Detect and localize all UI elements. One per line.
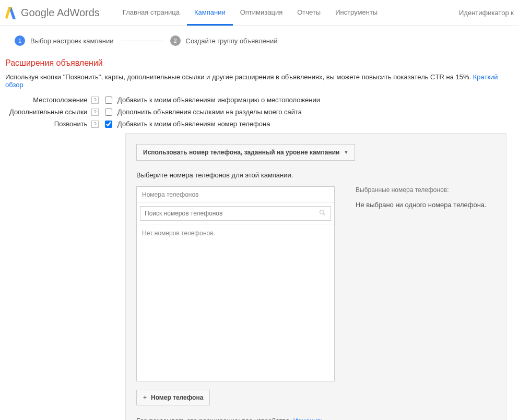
step-2[interactable]: 2 Создайте группу объявлений <box>170 35 278 46</box>
step-1-number: 1 <box>15 35 25 46</box>
nav-home[interactable]: Главная страница <box>115 0 187 26</box>
nav-optimization[interactable]: Оптимизация <box>233 0 290 26</box>
option-call-text: Добавить к моим объявлениям номер телефо… <box>117 120 270 128</box>
option-location-label: Местоположение ? <box>5 96 102 104</box>
dropdown-label: Использовать номер телефона, заданный на… <box>143 149 339 156</box>
section-desc-text: Используя кнопки "Позвонить", карты, доп… <box>5 73 473 81</box>
nav-reports[interactable]: Отчеты <box>290 0 328 26</box>
svg-marker-1 <box>5 7 11 19</box>
nav-tools[interactable]: Инструменты <box>328 0 385 26</box>
section-description: Используя кнопки "Позвонить", карты, доп… <box>5 73 514 89</box>
sitelinks-checkbox[interactable] <box>105 109 112 116</box>
chevron-down-icon: ▼ <box>344 150 348 155</box>
phone-list-box: Номера телефонов Нет номеров телефонов. <box>136 186 335 381</box>
help-icon[interactable]: ? <box>91 121 99 128</box>
svg-line-3 <box>323 213 325 215</box>
step-1[interactable]: 1 Выбор настроек кампании <box>15 35 114 46</box>
help-icon[interactable]: ? <box>91 109 99 116</box>
nav-campaigns[interactable]: Кампании <box>187 0 233 26</box>
option-sitelinks-label: Дополнительные ссылки ? <box>5 108 102 116</box>
step-2-number: 2 <box>170 35 181 46</box>
search-icon[interactable] <box>319 209 326 218</box>
phone-search-wrap <box>137 203 334 224</box>
option-call-row: Позвонить ? Добавить к моим объявлениям … <box>5 120 514 128</box>
option-location-text: Добавить к моим объявлениям информацию о… <box>117 96 320 104</box>
campaign-stepper: 1 Выбор настроек кампании 2 Создайте гру… <box>0 26 519 52</box>
selected-phones-column: Выбранные номера телефонов: Не выбрано н… <box>356 186 496 381</box>
where-to-show-row: Где показывать это расширение: все устро… <box>136 417 496 420</box>
ad-extensions-section: Расширения объявлений Используя кнопки "… <box>0 52 519 420</box>
phone-panel-subtitle: Выберите номера телефонов для этой кампа… <box>136 171 496 179</box>
call-checkbox[interactable] <box>105 121 112 128</box>
svg-point-2 <box>320 210 324 214</box>
main-nav: Главная страница Кампании Оптимизация От… <box>115 0 459 26</box>
available-phones-column: Номера телефонов Нет номеров телефонов. <box>136 186 335 381</box>
selected-phones-title: Выбранные номера телефонов: <box>356 186 496 194</box>
logo: Google AdWords <box>5 6 100 20</box>
location-checkbox[interactable] <box>105 97 112 104</box>
option-call-label: Позвонить ? <box>5 120 102 128</box>
step-2-label: Создайте группу объявлений <box>186 37 278 45</box>
help-icon[interactable]: ? <box>91 97 99 104</box>
plus-icon: + <box>143 394 147 401</box>
adwords-logo-icon <box>5 6 17 20</box>
phone-extension-panel: Использовать номер телефона, заданный на… <box>125 133 506 420</box>
step-1-label: Выбор настроек кампании <box>30 37 114 45</box>
app-header: Google AdWords Главная страница Кампании… <box>0 0 519 26</box>
option-sitelinks-row: Дополнительные ссылки ? Дополнить объявл… <box>5 108 514 116</box>
add-phone-label: Номер телефона <box>151 394 203 401</box>
phone-columns: Номера телефонов Нет номеров телефонов. … <box>136 186 496 381</box>
phone-scope-dropdown[interactable]: Использовать номер телефона, заданный на… <box>136 144 355 161</box>
where-value: все устройства. <box>242 417 293 420</box>
section-title: Расширения объявлений <box>5 58 514 68</box>
phone-box-header: Номера телефонов <box>137 187 334 203</box>
phone-search-input[interactable] <box>140 206 331 221</box>
logo-text: Google AdWords <box>21 7 100 19</box>
header-account-id: Идентификатор к <box>459 9 514 17</box>
selected-phones-empty: Не выбрано ни одного номера телефона. <box>356 201 496 209</box>
option-sitelinks-text: Дополнить объявления ссылками на разделы… <box>117 108 302 116</box>
extension-options: Местоположение ? Добавить к моим объявле… <box>5 96 514 128</box>
change-devices-link[interactable]: Изменить <box>293 417 324 420</box>
step-connector <box>121 41 163 41</box>
phone-list-empty: Нет номеров телефонов. <box>137 224 334 381</box>
where-prefix: Где показывать это расширение: <box>136 417 242 420</box>
option-location-row: Местоположение ? Добавить к моим объявле… <box>5 96 514 104</box>
add-phone-button[interactable]: + Номер телефона <box>136 390 210 405</box>
